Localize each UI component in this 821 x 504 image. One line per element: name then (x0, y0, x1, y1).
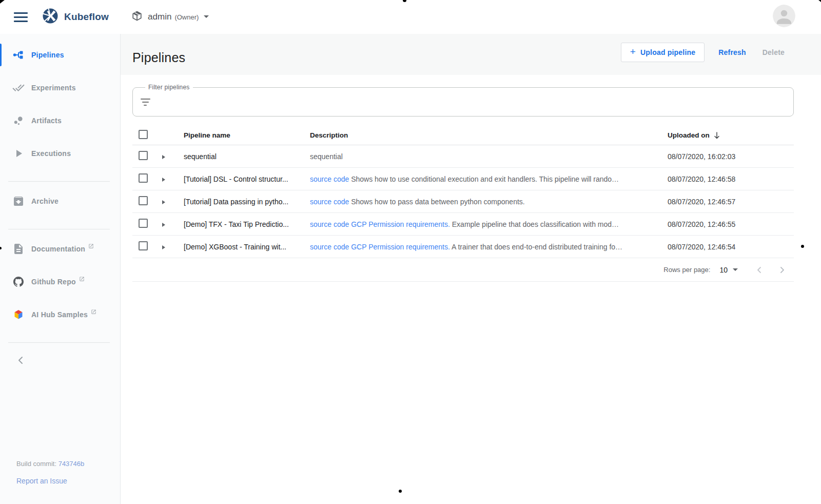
table-body: sequential sequential 08/07/2020, 16:02:… (132, 145, 794, 258)
collapse-sidebar-button[interactable] (8, 350, 33, 371)
namespace-selector[interactable]: admin (Owner) (131, 10, 209, 24)
archive-icon (12, 195, 25, 207)
description-link[interactable]: GCP Permission requirements. (351, 220, 450, 228)
sidebar-item-label: Executions (31, 149, 71, 158)
table-header-row: Pipeline name Description Uploaded on (132, 126, 794, 145)
sidebar-item-documentation[interactable]: Documentation (0, 237, 120, 261)
sidebar-item-archive[interactable]: Archive (0, 189, 120, 214)
sidebar-divider (8, 342, 110, 343)
row-checkbox[interactable] (139, 241, 148, 250)
row-checkbox[interactable] (139, 219, 148, 228)
sort-descending-icon (713, 131, 720, 140)
description-link[interactable]: source code (310, 220, 349, 228)
chevron-down-icon (204, 15, 209, 21)
plus-icon: + (630, 46, 636, 57)
menu-icon[interactable] (14, 12, 28, 22)
filter-text-input[interactable] (157, 88, 793, 116)
uploaded-on-cell: 08/07/2020, 12:46:54 (666, 243, 794, 251)
artifacts-icon (12, 114, 25, 127)
description-link[interactable]: source code (310, 198, 349, 206)
refresh-button[interactable]: Refresh (718, 48, 746, 56)
rows-per-page-label: Rows per page: (663, 266, 710, 274)
sidebar-item-label: AI Hub Samples (31, 311, 88, 319)
sidebar-divider (8, 229, 110, 229)
sidebar-item-ai-hub-samples[interactable]: AI Hub Samples (0, 302, 120, 327)
sidebar-item-experiments[interactable]: Experiments (0, 75, 120, 100)
uploaded-on-cell: 08/07/2020, 16:02:03 (666, 152, 794, 161)
pipeline-name-cell[interactable]: sequential (180, 152, 306, 161)
pipeline-name-cell[interactable]: [Demo] TFX - Taxi Tip Predictio... (180, 220, 306, 228)
description-link[interactable]: source code (310, 175, 349, 183)
namespace-cube-icon (131, 10, 143, 24)
pipeline-name-cell[interactable]: [Tutorial] DSL - Control structur... (180, 175, 306, 183)
description-link[interactable]: GCP Permission requirements. (351, 243, 450, 251)
table-row[interactable]: [Demo] XGBoost - Training wit... source … (132, 236, 794, 258)
expand-row-icon[interactable] (162, 200, 165, 204)
column-header-pipeline-name[interactable]: Pipeline name (180, 131, 306, 139)
sidebar-divider (8, 181, 110, 182)
person-icon (773, 5, 795, 27)
description-link[interactable]: source code (310, 243, 349, 251)
active-indicator (0, 44, 2, 66)
page-toolbar: Pipelines + Upload pipeline Refresh Dele… (121, 34, 821, 75)
pipeline-name-cell[interactable]: [Demo] XGBoost - Training wit... (180, 243, 306, 251)
pipelines-icon (12, 49, 25, 61)
filter-pipelines-field[interactable]: Filter pipelines (132, 87, 794, 117)
kubeflow-logo[interactable]: Kubeflow (42, 7, 109, 27)
github-icon (12, 276, 25, 288)
document-icon (12, 243, 25, 255)
uploaded-on-cell: 08/07/2020, 12:46:55 (666, 220, 794, 228)
executions-icon (12, 147, 25, 160)
namespace-role: (Owner) (174, 13, 199, 21)
row-checkbox[interactable] (139, 196, 148, 205)
screen-artifact-dot (801, 245, 804, 248)
table-row[interactable]: [Demo] TFX - Taxi Tip Predictio... sourc… (132, 213, 794, 236)
sidebar-item-pipelines[interactable]: Pipelines (0, 43, 120, 67)
expand-row-icon[interactable] (162, 245, 165, 249)
uploaded-on-cell: 08/07/2020, 12:46:57 (666, 198, 794, 206)
table-row[interactable]: [Tutorial] Data passing in pytho... sour… (132, 190, 794, 213)
top-app-bar: Kubeflow admin (Owner) (0, 0, 821, 34)
namespace-name: admin (148, 12, 171, 22)
select-all-checkbox[interactable] (139, 130, 148, 139)
chevron-left-icon (17, 356, 24, 364)
sidebar-item-executions[interactable]: Executions (0, 141, 120, 166)
screen-artifact-dot (399, 490, 402, 493)
avatar[interactable] (773, 5, 795, 27)
table-row[interactable]: [Tutorial] DSL - Control structur... sou… (132, 168, 794, 190)
sidebar-item-label: Experiments (31, 84, 76, 92)
expand-row-icon[interactable] (162, 223, 165, 227)
description-cell: source code Shows how to pass data betwe… (306, 198, 666, 206)
row-checkbox[interactable] (139, 151, 148, 160)
sidebar-item-artifacts[interactable]: Artifacts (0, 108, 120, 133)
description-cell: sequential (306, 152, 666, 161)
sidebar-item-github-repo[interactable]: Github Repo (0, 269, 120, 294)
delete-button[interactable]: Delete (763, 48, 785, 56)
description-cell: source code Shows how to use conditional… (306, 175, 666, 183)
pipelines-table: Pipeline name Description Uploaded on se… (132, 126, 794, 282)
next-page-button[interactable] (778, 266, 786, 274)
sidebar-item-label: Pipelines (31, 51, 64, 59)
description-cell: source code GCP Permission requirements.… (306, 243, 666, 251)
build-commit-link[interactable]: 743746b (58, 460, 85, 468)
report-issue-link[interactable]: Report an Issue (16, 477, 67, 485)
column-header-uploaded-on[interactable]: Uploaded on (666, 131, 794, 140)
row-checkbox[interactable] (139, 173, 148, 183)
rows-per-page-select[interactable]: 10 (719, 266, 738, 274)
ai-hub-icon (12, 308, 25, 321)
sidebar-item-label: Documentation (31, 245, 85, 253)
previous-page-button[interactable] (755, 266, 764, 274)
pipeline-name-cell[interactable]: [Tutorial] Data passing in pytho... (180, 198, 306, 206)
chevron-down-icon (733, 268, 738, 274)
external-link-icon (88, 242, 94, 251)
expand-row-icon[interactable] (162, 178, 165, 182)
column-header-description[interactable]: Description (306, 131, 666, 139)
upload-pipeline-button[interactable]: + Upload pipeline (621, 43, 705, 62)
kubeflow-logo-icon (42, 7, 59, 27)
pagination-bar: Rows per page: 10 (132, 258, 794, 282)
expand-row-icon[interactable] (162, 155, 165, 159)
sidebar-item-label: Archive (31, 197, 58, 205)
page-title: Pipelines (132, 50, 185, 65)
table-row[interactable]: sequential sequential 08/07/2020, 16:02:… (132, 145, 794, 168)
sidebar-item-label: Github Repo (31, 278, 76, 286)
